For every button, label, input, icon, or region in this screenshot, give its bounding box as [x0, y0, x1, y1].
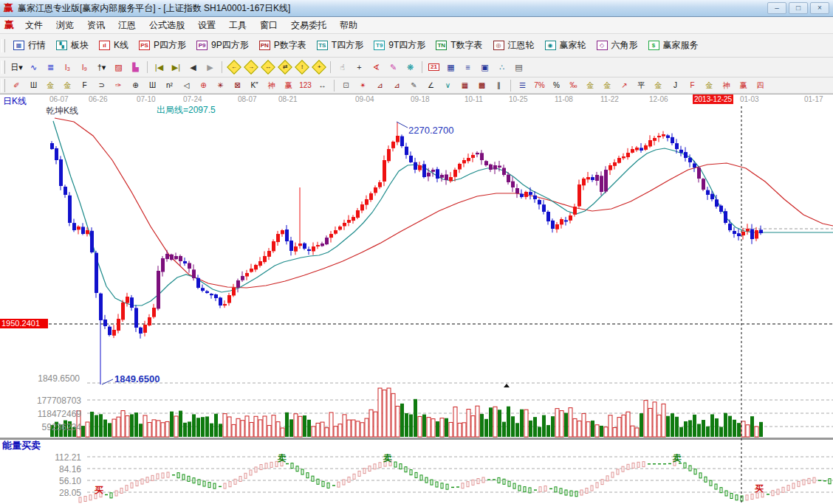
- menu-item-帮助[interactable]: 帮助: [333, 18, 364, 33]
- minimize-button[interactable]: –: [767, 2, 786, 14]
- flag-tool-icon[interactable]: ◁: [179, 80, 194, 92]
- menu-item-浏览[interactable]: 浏览: [49, 18, 80, 33]
- compass-pen-icon[interactable]: ✑: [111, 80, 126, 92]
- network-tool-icon[interactable]: ∴: [494, 61, 510, 74]
- angle-shen-icon[interactable]: 神: [719, 80, 734, 92]
- ying-grid-icon[interactable]: 赢: [281, 80, 296, 92]
- toolbar-button-p-square[interactable]: PSP四方形: [134, 38, 191, 53]
- seven-percent-icon[interactable]: 7%: [532, 80, 547, 92]
- toolbar-button-t-square[interactable]: TST四方形: [312, 38, 368, 53]
- notepad-tool-icon[interactable]: ≡: [460, 61, 476, 74]
- diamond-expand-v-icon[interactable]: ↕: [294, 61, 309, 74]
- page-next-icon[interactable]: ▶: [202, 61, 218, 74]
- wave-tool-icon[interactable]: ∨: [440, 80, 456, 92]
- diamond-move-all-icon[interactable]: +: [311, 61, 326, 74]
- hand-tool-icon[interactable]: ☝: [335, 61, 350, 74]
- toolbar-button-winner-service[interactable]: $赢家服务: [643, 38, 704, 53]
- chart-3-tool-icon[interactable]: l₃: [60, 61, 75, 74]
- grid-comb-icon[interactable]: Ш: [26, 80, 41, 92]
- k-quote-icon[interactable]: K″: [247, 80, 262, 92]
- f-grid-icon[interactable]: F: [77, 80, 92, 92]
- menu-item-窗口[interactable]: 窗口: [253, 18, 284, 33]
- permille-lines-icon[interactable]: ‰: [566, 80, 581, 92]
- chart-9-tool-icon[interactable]: l₉: [77, 61, 92, 74]
- arrow-pen-icon[interactable]: ↗: [617, 80, 632, 92]
- toolbar-button-hexagon[interactable]: ◇六角形: [592, 38, 643, 53]
- bars-percent-icon[interactable]: ☰: [515, 80, 530, 92]
- grid-box-2-icon[interactable]: ▩: [474, 80, 490, 92]
- angle-lines-icon[interactable]: ∠: [423, 80, 439, 92]
- box-tool-icon[interactable]: ⊡: [338, 80, 354, 92]
- period-day-dropdown-icon[interactable]: 日▾: [9, 61, 24, 74]
- menu-item-文件[interactable]: 文件: [18, 18, 49, 33]
- toolbar-button-sectors[interactable]: ▚板块: [51, 38, 94, 53]
- pen-line-icon[interactable]: ✎: [406, 80, 422, 92]
- arc-grid-icon[interactable]: ⊃: [94, 80, 109, 92]
- angle-j-icon[interactable]: J: [668, 80, 683, 92]
- diamond-compress-h-icon[interactable]: ⇄: [277, 61, 292, 74]
- print-tool-icon[interactable]: ▤: [511, 61, 527, 74]
- calculator-tool-icon[interactable]: ▦: [443, 61, 459, 74]
- toolbar-button-gann-wheel[interactable]: ◎江恩轮: [488, 38, 540, 53]
- skip-to-end-icon[interactable]: ▶|: [168, 61, 184, 74]
- toolbar-button-t-table[interactable]: TNT数字表: [431, 38, 487, 53]
- gold-lines-icon[interactable]: 金: [600, 80, 615, 92]
- percent-icon[interactable]: %: [549, 80, 564, 92]
- parallel-lines-icon[interactable]: ∥: [491, 80, 507, 92]
- gold-underline-icon[interactable]: 金: [651, 80, 666, 92]
- fan-box-1-icon[interactable]: ⊿: [372, 80, 388, 92]
- draw-pen-icon[interactable]: ✐: [9, 80, 24, 92]
- fan-box-2-icon[interactable]: ⊿: [389, 80, 405, 92]
- menu-item-公式选股[interactable]: 公式选股: [143, 18, 191, 33]
- menu-item-交易委托[interactable]: 交易委托: [284, 18, 333, 33]
- menu-item-资讯[interactable]: 资讯: [80, 18, 112, 33]
- crosshair-tool-icon[interactable]: +: [352, 61, 367, 74]
- quote-list-icon[interactable]: ≣: [43, 61, 58, 74]
- chart-canvas[interactable]: [0, 105, 833, 504]
- square-web-icon[interactable]: ⊠: [230, 80, 245, 92]
- color-chart-tool-icon[interactable]: ▙: [128, 61, 143, 74]
- menu-item-设置[interactable]: 设置: [191, 18, 222, 33]
- angle-gold-icon[interactable]: 金: [702, 80, 717, 92]
- gann-draw-tool-icon[interactable]: ✎: [385, 61, 401, 74]
- star-web-icon[interactable]: ✳: [213, 80, 228, 92]
- diamond-expand-h-icon[interactable]: ↔: [260, 61, 275, 74]
- shen-grid-icon[interactable]: 神: [264, 80, 279, 92]
- single-candle-dropdown-icon[interactable]: †▾: [94, 61, 109, 74]
- maximize-button[interactable]: □: [789, 2, 808, 14]
- n2-grid-icon[interactable]: n²: [162, 80, 177, 92]
- save-tool-icon[interactable]: ▣: [477, 61, 493, 74]
- target-tool-icon[interactable]: ⊕: [196, 80, 211, 92]
- angle-four-icon[interactable]: 四: [753, 80, 768, 92]
- rays-tool-icon[interactable]: ✴: [355, 80, 371, 92]
- circle-grid-icon[interactable]: ⊕: [128, 80, 143, 92]
- angle-ying-icon[interactable]: 赢: [736, 80, 751, 92]
- close-button[interactable]: ×: [810, 2, 829, 14]
- pattern-tool-icon[interactable]: ▨: [111, 61, 126, 74]
- menu-item-工具[interactable]: 工具: [222, 18, 253, 33]
- diamond-move-left-icon[interactable]: ←: [226, 61, 241, 74]
- calendar-tool-icon[interactable]: 21: [426, 61, 442, 74]
- comb-2-icon[interactable]: Ш: [145, 80, 160, 92]
- width-arrows-icon[interactable]: ↔: [315, 80, 330, 92]
- toolbar-button-kline[interactable]: ılK线: [94, 38, 134, 53]
- toolbar-button-9t-square[interactable]: T99T四方形: [368, 38, 431, 53]
- toolbar-button-quotes[interactable]: ▦行情: [8, 38, 51, 53]
- gold-grid-2-icon[interactable]: 金: [60, 80, 75, 92]
- menu-item-江恩[interactable]: 江恩: [112, 18, 143, 33]
- gold-grid-1-icon[interactable]: 金: [43, 80, 58, 92]
- gold-circle-icon[interactable]: 金: [583, 80, 598, 92]
- page-prev-icon[interactable]: ◀: [185, 61, 201, 74]
- wave-ping-icon[interactable]: 平: [634, 80, 649, 92]
- toolbar-button-p-table[interactable]: PNP数字表: [254, 38, 312, 53]
- grid-box-1-icon[interactable]: ▦: [457, 80, 473, 92]
- fractal-tool-icon[interactable]: ❋: [402, 61, 418, 74]
- knot-tool-icon[interactable]: ∿: [26, 61, 41, 74]
- diamond-move-right-icon[interactable]: →: [243, 61, 258, 74]
- toolbar-button-9p-square[interactable]: P99P四方形: [191, 38, 254, 53]
- number-grid-icon[interactable]: 123: [298, 80, 313, 92]
- skip-to-start-icon[interactable]: |◀: [151, 61, 167, 74]
- toolbar-button-winner-wheel[interactable]: ◉赢家轮: [540, 38, 592, 53]
- angle-measure-tool-icon[interactable]: ∢: [368, 61, 384, 74]
- angle-f-icon[interactable]: F: [685, 80, 700, 92]
